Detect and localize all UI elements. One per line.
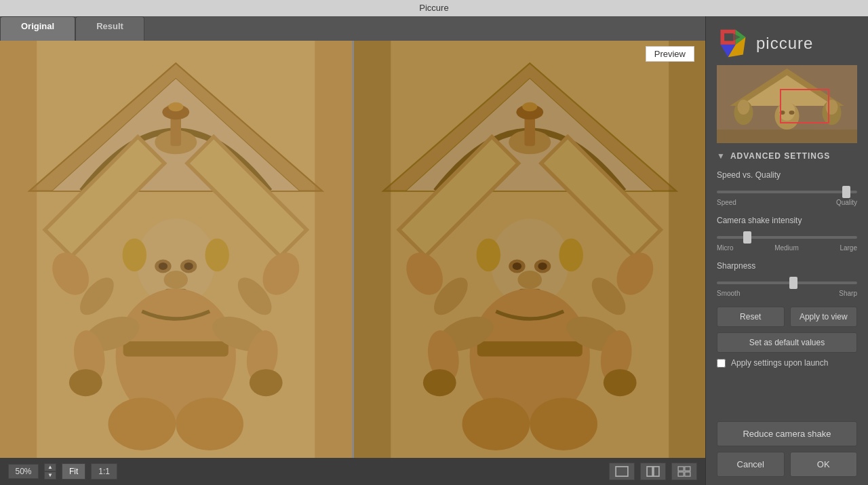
camera-shake-block: Camera shake intensity Micro Medium Larg… bbox=[717, 216, 857, 252]
svg-point-64 bbox=[603, 369, 636, 396]
thumbnail-selection-box bbox=[780, 89, 829, 124]
collapse-arrow-icon[interactable]: ▼ bbox=[717, 151, 725, 161]
speed-quality-labels: Speed Quality bbox=[717, 199, 857, 206]
svg-marker-84 bbox=[724, 33, 733, 41]
svg-rect-34 bbox=[0, 41, 352, 458]
svg-point-43 bbox=[522, 102, 537, 111]
app-name: piccure bbox=[756, 34, 813, 53]
svg-rect-58 bbox=[477, 341, 582, 356]
single-view-icon bbox=[615, 466, 629, 477]
svg-point-52 bbox=[538, 263, 547, 270]
speed-quality-block: Speed vs. Quality Speed Quality bbox=[717, 170, 857, 206]
sharpness-block: Sharpness Smooth Sharp bbox=[717, 261, 857, 297]
zoom-value-display: 50% bbox=[8, 464, 39, 479]
svg-point-53 bbox=[517, 271, 541, 289]
svg-rect-36 bbox=[315, 41, 351, 458]
camera-shake-label: Camera shake intensity bbox=[717, 216, 857, 225]
bottom-toolbar: 50% ▲ ▼ Fit 1:1 bbox=[0, 458, 705, 485]
piccure-logo-icon bbox=[717, 27, 749, 60]
original-image-half bbox=[0, 41, 352, 458]
sharpness-slider[interactable] bbox=[717, 282, 857, 284]
split-view-icon bbox=[646, 466, 660, 477]
advanced-settings-title: ADVANCED SETTINGS bbox=[730, 151, 830, 161]
preview-label: Preview bbox=[646, 46, 694, 62]
apply-to-view-button[interactable]: Apply to view bbox=[790, 307, 858, 327]
svg-rect-79 bbox=[685, 472, 690, 476]
reset-button[interactable]: Reset bbox=[717, 307, 785, 327]
sharpness-label: Sharpness bbox=[717, 261, 857, 271]
tab-original[interactable]: Original bbox=[0, 16, 75, 41]
svg-point-65 bbox=[462, 397, 530, 450]
titlebar: Piccure bbox=[0, 0, 868, 16]
zoom-stepper[interactable]: ▲ ▼ bbox=[44, 463, 56, 480]
svg-rect-76 bbox=[678, 467, 684, 471]
sharpness-labels: Smooth Sharp bbox=[717, 290, 857, 297]
svg-rect-78 bbox=[678, 472, 684, 476]
cancel-ok-row: Cancel OK bbox=[717, 452, 857, 477]
svg-rect-72 bbox=[669, 41, 705, 458]
svg-rect-73 bbox=[616, 467, 628, 476]
camera-shake-labels: Micro Medium Large bbox=[717, 244, 857, 252]
logo-area: piccure bbox=[706, 16, 868, 65]
single-view-button[interactable] bbox=[609, 463, 635, 480]
svg-point-95 bbox=[738, 100, 750, 115]
apply-on-launch-row: Apply settings upon launch bbox=[717, 358, 857, 368]
svg-rect-77 bbox=[685, 467, 690, 471]
svg-rect-74 bbox=[647, 467, 652, 476]
svg-point-66 bbox=[530, 397, 597, 450]
reset-apply-row: Reset Apply to view bbox=[717, 307, 857, 327]
thumbnail-area bbox=[717, 65, 857, 143]
right-panel: piccure bbox=[705, 16, 868, 485]
zoom-down-button[interactable]: ▼ bbox=[44, 471, 56, 480]
cancel-button[interactable]: Cancel bbox=[717, 452, 785, 477]
speed-quality-slider-row bbox=[717, 184, 857, 196]
svg-point-56 bbox=[559, 238, 583, 271]
app-title: Piccure bbox=[419, 3, 448, 13]
left-panel: Original Result bbox=[0, 16, 705, 485]
set-default-button[interactable]: Set as default values bbox=[717, 332, 857, 353]
one-to-one-button[interactable]: 1:1 bbox=[91, 463, 117, 480]
quad-view-icon bbox=[677, 466, 691, 477]
svg-rect-71 bbox=[354, 41, 391, 458]
split-view-button[interactable] bbox=[640, 463, 666, 480]
main-area: Original Result bbox=[0, 16, 868, 485]
ok-button[interactable]: OK bbox=[790, 452, 858, 477]
tab-result[interactable]: Result bbox=[75, 16, 144, 41]
apply-on-launch-label: Apply settings upon launch bbox=[731, 358, 828, 368]
speed-quality-label: Speed vs. Quality bbox=[717, 170, 857, 180]
reduce-camera-shake-button[interactable]: Reduce camera shake bbox=[717, 421, 857, 446]
advanced-settings-header: ▼ ADVANCED SETTINGS bbox=[717, 151, 857, 161]
speed-quality-slider[interactable] bbox=[717, 191, 857, 193]
svg-rect-97 bbox=[717, 130, 857, 143]
svg-point-51 bbox=[512, 263, 521, 270]
fit-button[interactable]: Fit bbox=[62, 463, 85, 480]
image-thumbnail bbox=[717, 65, 857, 143]
svg-rect-75 bbox=[654, 467, 659, 476]
image-split-view: Preview bbox=[0, 41, 705, 458]
view-tabs: Original Result bbox=[0, 16, 705, 41]
camera-shake-slider[interactable] bbox=[717, 236, 857, 239]
apply-on-launch-checkbox[interactable] bbox=[717, 359, 726, 368]
zoom-up-button[interactable]: ▲ bbox=[44, 463, 56, 471]
sharpness-slider-row bbox=[717, 275, 857, 287]
bottom-buttons: Reduce camera shake Cancel OK bbox=[706, 413, 868, 485]
settings-panel: ▼ ADVANCED SETTINGS Speed vs. Quality Sp… bbox=[706, 151, 868, 413]
result-image-half: Preview bbox=[354, 41, 706, 458]
quad-view-button[interactable] bbox=[671, 463, 697, 480]
svg-point-55 bbox=[476, 238, 500, 271]
image-comparison-area: Preview bbox=[0, 41, 705, 458]
svg-rect-35 bbox=[0, 41, 37, 458]
camera-shake-slider-row bbox=[717, 229, 857, 241]
svg-point-63 bbox=[422, 369, 456, 396]
